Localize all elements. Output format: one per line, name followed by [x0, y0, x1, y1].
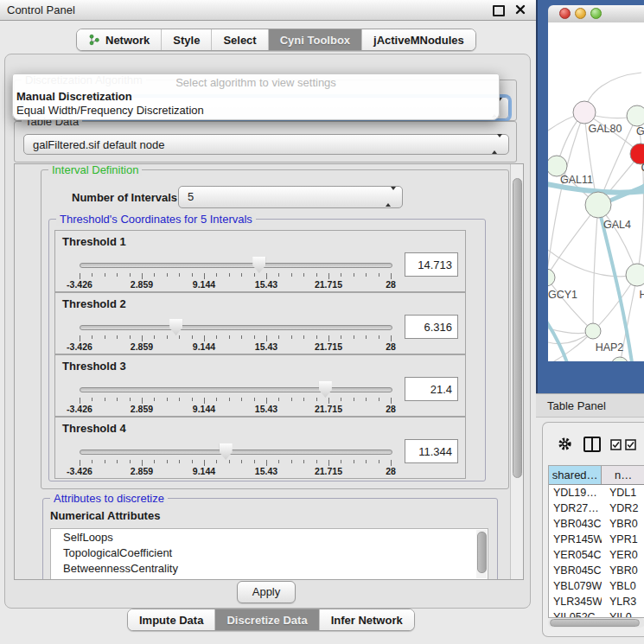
node-gcy1[interactable] — [548, 269, 555, 286]
slider-track[interactable] — [80, 387, 392, 392]
tab-discretize-data[interactable]: Discretize Data — [215, 609, 319, 630]
table-row[interactable]: YBR043CYBR0 — [549, 516, 644, 532]
number-of-intervals-combo[interactable]: 5 — [178, 186, 403, 208]
table-cell[interactable]: YDL1 — [602, 485, 644, 501]
table-cell[interactable]: YBR043C — [549, 516, 602, 532]
tick-mark — [379, 460, 379, 463]
slider-thumb[interactable] — [220, 443, 233, 460]
table-row[interactable]: YDR27…YDR2 — [549, 501, 644, 516]
settings-scrollpane: Interval Definition Number of Intervals … — [14, 163, 524, 580]
split-columns-icon[interactable] — [583, 437, 601, 452]
table-cell[interactable]: YDL19… — [549, 485, 602, 501]
threshold-value-field[interactable]: 6.316 — [405, 315, 458, 339]
network-edge[interactable] — [548, 112, 584, 277]
dropdown-item-equal-width-frequency-discretization[interactable]: Equal Width/Frequency Discretization — [13, 104, 499, 118]
settings-scrollbar[interactable] — [510, 164, 523, 579]
table-cell[interactable]: YPR145W — [549, 532, 602, 547]
table-cell[interactable]: YDR2 — [602, 501, 644, 516]
column-header-n[interactable]: n… — [602, 466, 644, 484]
table-data-combo[interactable]: galFiltered.sif default node — [23, 134, 509, 155]
tab-network[interactable]: Network — [77, 29, 162, 50]
tick-label: 15.43 — [255, 341, 277, 352]
network-edge[interactable] — [548, 247, 637, 277]
tick-mark — [328, 460, 329, 466]
slider-thumb[interactable] — [169, 319, 182, 335]
network-edge[interactable] — [548, 277, 593, 331]
dropdown-item-manual-discretization[interactable]: Manual Discretization — [13, 90, 499, 104]
table-cell[interactable]: YBL079W — [549, 578, 602, 594]
tick-mark — [278, 398, 279, 401]
table-row[interactable]: YBL079WYBL0 — [549, 578, 644, 594]
table-cell[interactable]: YLR3 — [602, 594, 644, 609]
node-hap2[interactable] — [585, 323, 601, 339]
list-scrollbar[interactable] — [476, 530, 487, 578]
threshold-value-field[interactable]: 11.344 — [405, 439, 458, 463]
table-cell[interactable]: YPR1 — [602, 532, 644, 547]
tab-infer-network[interactable]: Infer Network — [320, 609, 414, 630]
network-edge[interactable] — [637, 116, 644, 275]
tab-impute-data[interactable]: Impute Data — [128, 609, 215, 630]
table-cell[interactable]: YIL0 — [602, 609, 644, 618]
table-row[interactable]: YLR345WYLR3 — [549, 594, 644, 609]
attribute-item-selfloops[interactable]: SelfLoops — [51, 529, 488, 545]
table-h-scrollbar[interactable] — [548, 618, 644, 628]
scrollbar-thumb[interactable] — [550, 619, 640, 627]
gear-icon[interactable] — [558, 437, 572, 455]
numerical-attributes-list[interactable]: SelfLoopsTopologicalCoefficientBetweenne… — [50, 528, 488, 580]
threshold-panel-3: Threshold 3-3.4262.8599.14415.4321.71528… — [54, 354, 466, 417]
close-light[interactable] — [559, 8, 571, 19]
cyni-toolbox-panel: Discretization Algorithm Select algorith… — [4, 54, 531, 609]
table-cell[interactable]: YIL052C — [549, 609, 602, 618]
attribute-item-topologicalcoefficient[interactable]: TopologicalCoefficient — [51, 545, 488, 560]
node-gal4[interactable] — [585, 192, 611, 218]
table-cell[interactable]: YLR345W — [549, 594, 602, 609]
tab-select[interactable]: Select — [212, 29, 268, 50]
network-edge[interactable] — [593, 205, 598, 331]
network-edge-thick[interactable] — [548, 316, 569, 361]
node-bottom-partial[interactable] — [611, 357, 628, 361]
float-button[interactable] — [493, 5, 505, 16]
close-button[interactable] — [515, 4, 526, 15]
slider-track[interactable] — [80, 325, 392, 330]
scrollbar-thumb[interactable] — [513, 178, 522, 478]
table-cell[interactable]: YER054C — [549, 547, 602, 563]
tick-mark — [291, 398, 292, 401]
table-cell[interactable]: YBR0 — [602, 563, 644, 578]
table-row[interactable]: YIL052CYIL0 — [549, 609, 644, 618]
minimize-light[interactable] — [575, 8, 586, 19]
table-row[interactable]: YPR145WYPR1 — [549, 532, 644, 547]
network-edge-thick[interactable] — [600, 213, 633, 361]
table-row[interactable]: YDL19…YDL1 — [549, 485, 644, 501]
table-row[interactable]: YBR045CYBR0 — [549, 563, 644, 578]
slider-thumb[interactable] — [252, 257, 265, 273]
tab-jactivemnodules[interactable]: jActiveMNodules — [362, 29, 475, 50]
algorithm-dropdown-popup: Select algorithm to view settings Manual… — [12, 73, 500, 120]
attribute-item-betweennesscentrality[interactable]: BetweennessCentrality — [51, 560, 488, 576]
table-cell[interactable]: YBR045C — [549, 563, 602, 578]
table-cell[interactable]: YBL0 — [602, 578, 644, 594]
table-cell[interactable]: YER0 — [602, 547, 644, 563]
network-canvas[interactable]: GAL80GACGAL11GAL4GCY1HHAP2 — [548, 22, 644, 361]
tick-label: 21.715 — [315, 341, 342, 352]
table-cell[interactable]: YBR0 — [602, 516, 644, 532]
table-row[interactable]: YER054CYER0 — [549, 547, 644, 563]
column-header-shared[interactable]: shared… — [549, 466, 602, 484]
scrollbar-thumb[interactable] — [477, 532, 487, 573]
zoom-light[interactable] — [590, 8, 602, 19]
threshold-label: Threshold 3 — [62, 360, 126, 373]
checkbox-icon[interactable] — [625, 438, 636, 454]
node-top-right[interactable] — [627, 105, 644, 126]
checkbox-icon[interactable] — [610, 438, 622, 454]
threshold-value-field[interactable]: 21.4 — [405, 377, 458, 401]
slider-thumb[interactable] — [319, 381, 332, 398]
tick-mark — [316, 335, 317, 339]
slider-track[interactable] — [80, 450, 392, 455]
tab-style[interactable]: Style — [162, 29, 212, 50]
threshold-value-field[interactable]: 14.713 — [405, 252, 458, 277]
node-gal80[interactable] — [573, 101, 596, 124]
tab-cyni-toolbox[interactable]: Cyni Toolbox — [269, 29, 362, 50]
slider-track[interactable] — [80, 263, 392, 268]
node-h[interactable] — [626, 264, 644, 286]
apply-button[interactable]: Apply — [237, 581, 296, 603]
table-cell[interactable]: YDR27… — [549, 501, 602, 516]
